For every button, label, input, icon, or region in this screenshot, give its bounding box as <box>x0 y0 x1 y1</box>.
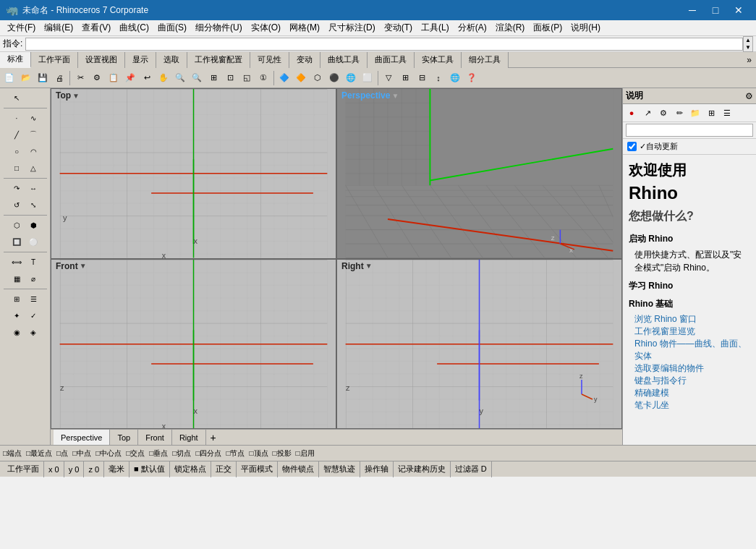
vp-tab-perspective[interactable]: Perspective <box>54 430 110 446</box>
viewport-top[interactable]: y x Top ▼ y x <box>51 88 336 259</box>
freeform-btn[interactable]: ↷ <box>9 180 25 196</box>
vp-tab-front[interactable]: Front <box>138 430 172 446</box>
solid-btn[interactable]: ⬢ <box>25 217 41 233</box>
snap-[interactable]: □中心点 <box>95 448 122 459</box>
menu-item-v[interactable]: 查看(V) <box>77 20 115 35</box>
menu-item-r[interactable]: 渲染(R) <box>491 20 530 35</box>
snap-[interactable]: □点 <box>56 448 68 459</box>
tab-[interactable]: 选取 <box>156 52 187 68</box>
menu-item-l[interactable]: 工具(L) <box>417 20 454 35</box>
pan-btn[interactable]: ✋ <box>156 70 171 86</box>
tab-[interactable]: 设置视图 <box>78 52 125 68</box>
scale-btn[interactable]: ⤡ <box>25 197 41 213</box>
maximize-button[interactable]: □ <box>704 0 727 20</box>
zoom-in-btn[interactable]: 🔍 <box>172 70 188 86</box>
workspace[interactable]: 工作平面 <box>3 461 44 477</box>
render-btn5[interactable]: 🌐 <box>343 70 359 86</box>
zoom-1-btn[interactable]: ① <box>255 70 271 86</box>
menu-item-t[interactable]: 变动(T) <box>380 20 417 35</box>
text-btn[interactable]: T <box>25 254 41 270</box>
menu-item-h[interactable]: 说明(H) <box>566 20 605 35</box>
viewport-perspective[interactable]: z x Perspective ▼ <box>336 88 622 259</box>
link-viewport-nav[interactable]: 工作视窗里巡览 <box>634 325 750 338</box>
status-5[interactable]: 操作轴 <box>360 461 394 477</box>
menu-item-o[interactable]: 实体(O) <box>247 20 285 35</box>
render-btn3[interactable]: ⬡ <box>310 70 326 86</box>
tab-[interactable]: 工作平面 <box>31 52 78 68</box>
paste-btn[interactable]: 📌 <box>122 70 138 86</box>
coord-y[interactable]: y 0 <box>64 461 85 477</box>
check-btn[interactable]: ✓ <box>25 307 41 323</box>
polyline-btn[interactable]: ⌒ <box>25 127 41 142</box>
help-btn[interactable]: ❓ <box>464 70 480 86</box>
open-btn[interactable]: 📂 <box>18 70 34 86</box>
status-6[interactable]: 记录建构历史 <box>394 461 451 477</box>
copy-btn[interactable]: 📋 <box>106 70 122 86</box>
render-btn6[interactable]: ⬜ <box>360 70 375 86</box>
command-scroll[interactable]: ▲ ▼ <box>743 36 753 52</box>
rp-grid-btn[interactable]: ⊞ <box>704 106 718 120</box>
cut-btn[interactable]: ✂ <box>72 70 88 86</box>
menu-item-m[interactable]: 网格(M) <box>285 20 324 35</box>
extra-btn[interactable]: ◉ <box>9 324 25 340</box>
zoom-out-btn[interactable]: 🔍 <box>189 70 205 86</box>
link-keyboard[interactable]: 键盘与指令行 <box>634 375 750 387</box>
menu-item-f[interactable]: 文件(F) <box>3 20 40 35</box>
snap-[interactable]: □最近点 <box>26 448 52 459</box>
layer-btn[interactable]: ☰ <box>25 291 41 307</box>
viewport-front-dropdown[interactable]: ▼ <box>80 262 87 270</box>
rp-pencil-btn[interactable]: ✏ <box>672 106 687 120</box>
coord-x[interactable]: x 0 <box>44 461 64 477</box>
rp-gear-btn[interactable]: ⚙ <box>656 106 671 120</box>
tool1-btn[interactable]: ▽ <box>381 70 396 86</box>
snap-btn[interactable]: ✦ <box>9 307 25 323</box>
viewport-right[interactable]: Right ▼ z y z y <box>336 259 622 430</box>
snap-[interactable]: □中点 <box>72 448 91 459</box>
move-btn[interactable]: ↔ <box>25 180 41 196</box>
viewport-perspective-dropdown[interactable]: ▼ <box>391 92 399 100</box>
menu-item-d[interactable]: 尺寸标注(D) <box>324 20 380 35</box>
rect-btn[interactable]: □ <box>9 160 25 176</box>
status-3[interactable]: 物件锁点 <box>278 461 319 477</box>
minimize-button[interactable]: ─ <box>681 0 704 20</box>
tool3-btn[interactable]: ⊟ <box>414 70 430 86</box>
rp-folder-btn[interactable]: 📁 <box>688 106 702 120</box>
rp-arrow-btn[interactable]: ↗ <box>640 106 655 120</box>
tab-[interactable]: 曲线工具 <box>320 52 368 68</box>
snap-[interactable]: □端点 <box>3 448 22 459</box>
snap-[interactable]: □节点 <box>226 448 245 459</box>
viewport-front[interactable]: z x Front ▼ z x <box>51 259 336 430</box>
rotate-btn[interactable]: ↺ <box>9 197 25 213</box>
surface-btn[interactable]: ⬡ <box>9 217 25 233</box>
tool5-btn[interactable]: 🌐 <box>447 70 463 86</box>
arc-btn[interactable]: ◠ <box>25 143 41 159</box>
unit[interactable]: 毫米 <box>104 461 129 477</box>
menu-item-a[interactable]: 分析(A) <box>454 20 491 35</box>
rp-settings-btn[interactable]: ☰ <box>720 106 734 120</box>
link-objects[interactable]: Rhino 物件——曲线、曲面、实体 <box>634 338 750 362</box>
menu-item-c[interactable]: 曲线(C) <box>115 20 153 35</box>
polygon-btn[interactable]: △ <box>25 160 41 176</box>
status-7[interactable]: 过滤器 D <box>451 461 492 477</box>
zoom-sel-btn[interactable]: ◱ <box>239 70 255 86</box>
extra2-btn[interactable]: ◈ <box>25 324 41 340</box>
menu-item-s[interactable]: 曲面(S) <box>153 20 191 35</box>
link-cartesian[interactable]: 笔卡儿坐 <box>634 399 750 412</box>
render-btn1[interactable]: 🔷 <box>276 70 292 86</box>
new-btn[interactable]: 📄 <box>1 70 17 86</box>
grid-btn[interactable]: ⊞ <box>9 291 25 307</box>
tab-[interactable]: 可见性 <box>250 52 289 68</box>
panel-settings-icon[interactable]: ⚙ <box>745 91 753 101</box>
link-precise[interactable]: 精确建模 <box>634 387 750 399</box>
snap-[interactable]: □顶点 <box>249 448 268 459</box>
tab-[interactable]: 曲面工具 <box>368 52 415 68</box>
snap-[interactable]: □投影 <box>273 448 292 459</box>
tab-[interactable]: 变动 <box>289 52 320 68</box>
tab-[interactable]: 工作视窗配置 <box>187 52 250 68</box>
tool2-btn[interactable]: ⊞ <box>397 70 413 86</box>
box-btn[interactable]: 🔲 <box>9 234 25 250</box>
select2-btn[interactable] <box>25 90 41 106</box>
undo-btn[interactable]: ↩ <box>139 70 155 86</box>
hatch-btn[interactable]: ▦ <box>9 271 25 286</box>
tab-[interactable]: 显示 <box>125 52 156 68</box>
